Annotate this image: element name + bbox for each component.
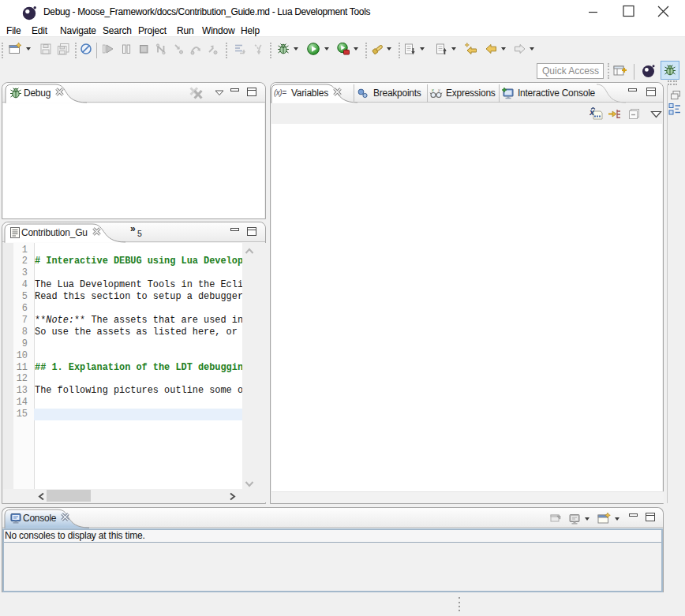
svg-text:x: x: [431, 88, 434, 92]
svg-text:y: y: [437, 88, 441, 92]
